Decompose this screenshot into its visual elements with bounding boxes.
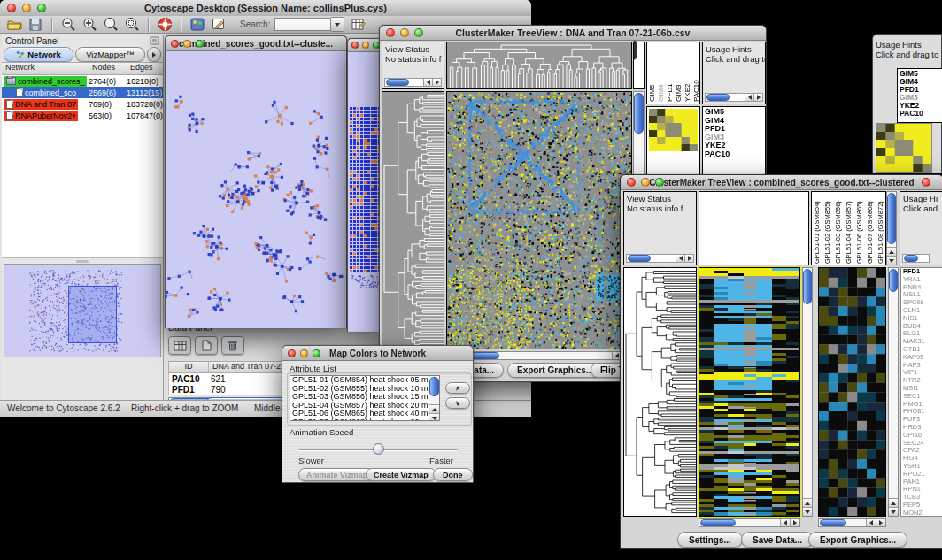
birdseye-overview[interactable] xyxy=(4,264,161,357)
attribute-item[interactable]: GPL51-07 (GSM868) heat shock 60 min xyxy=(290,418,439,422)
tv2-view-status: View Status No status info f xyxy=(623,191,697,265)
rotated-gene-label: PAC10 xyxy=(692,44,700,102)
table-mode-icon[interactable] xyxy=(168,336,191,355)
toolbar-separator xyxy=(181,18,181,32)
network-row[interactable]: DNA and Tran 07 769(0) 183728(0) xyxy=(2,98,163,110)
tv1-column-dendrogram[interactable] xyxy=(446,42,632,89)
array-label: GPL51-02 (GSM855) xyxy=(823,193,834,264)
tv2-save-data-button[interactable]: Save Data... xyxy=(741,532,814,548)
network-name: DNA and Tran 07 xyxy=(15,100,76,109)
scroll-left-icon xyxy=(866,519,876,526)
minimize-button[interactable] xyxy=(22,4,31,12)
network-row[interactable]: RNAPuberNov2+ 563(0) 107847(0) xyxy=(2,110,163,121)
tv2-zoom-scrollbar[interactable] xyxy=(888,267,899,517)
create-vizmap-button[interactable]: Create Vizmap xyxy=(366,468,436,481)
tv2-hscrollbar-main[interactable] xyxy=(699,518,800,527)
tv1-heatmap[interactable] xyxy=(446,91,632,349)
network-view-titlebar[interactable]: combined_scores_good.txt--cluste... xyxy=(166,36,346,51)
save-icon[interactable] xyxy=(27,17,44,33)
attribute-items: GPL51-01 (GSM854) heat shock 05 minGPL51… xyxy=(290,376,439,421)
gene-label[interactable]: PAC10 xyxy=(900,110,942,118)
tv2-hints-scrollbar[interactable] xyxy=(902,254,930,263)
close-button[interactable] xyxy=(351,42,359,49)
new-attribute-icon[interactable] xyxy=(195,336,218,355)
network-nodes: 769(0) xyxy=(89,100,126,109)
tv1-row-dendrogram[interactable] xyxy=(382,91,444,349)
zoom-selected-icon[interactable] xyxy=(123,17,141,33)
delete-attribute-trash-icon[interactable] xyxy=(221,336,244,355)
attribute-list-scrollbar[interactable] xyxy=(429,376,439,421)
zoom-in-icon[interactable] xyxy=(81,17,98,33)
tab-overflow-button[interactable] xyxy=(147,47,161,62)
tv2-zoom-heatmap[interactable] xyxy=(818,267,886,517)
close-button[interactable] xyxy=(7,4,16,12)
array-label: GPL51-04 (GSM857) xyxy=(845,193,855,264)
tv1-rotated-gene-labels[interactable]: GIM5GIM4PFD1GIM3YKE2PAC10 xyxy=(646,42,700,104)
network-canvas[interactable] xyxy=(166,51,346,328)
tv2-heatmap[interactable] xyxy=(699,267,800,517)
animation-speed-slider[interactable] xyxy=(298,443,458,456)
gene-label[interactable]: PAC10 xyxy=(705,150,763,159)
treeview1-titlebar[interactable]: ClusterMaker TreeView : DNA and Tran 07-… xyxy=(380,26,766,41)
done-button[interactable]: Done xyxy=(433,468,473,481)
search-dropdown-button[interactable] xyxy=(331,17,344,32)
background-network-canvas[interactable] xyxy=(348,52,382,332)
tab-network[interactable]: Network xyxy=(4,47,73,62)
tv1-mini-matrix[interactable] xyxy=(649,109,698,151)
search-input[interactable] xyxy=(274,18,331,31)
tv2-vscrollbar[interactable] xyxy=(802,267,813,517)
zoom-button[interactable] xyxy=(414,28,423,37)
close-button[interactable] xyxy=(288,349,296,357)
tv2-status-scrollbar[interactable] xyxy=(626,254,694,263)
background-network-titlebar[interactable] xyxy=(348,39,382,52)
network-row[interactable]: combined_scores_ 2764(0) 16218(0) xyxy=(2,75,163,87)
network-row[interactable]: combined_sco 2569(6) 13112(15) xyxy=(2,87,163,98)
close-button[interactable] xyxy=(386,28,395,37)
corner-mini-matrix[interactable] xyxy=(876,123,932,173)
close-button[interactable] xyxy=(171,40,179,48)
minimize-button[interactable] xyxy=(300,349,308,357)
move-attribute-down-button[interactable]: ∨ xyxy=(445,397,470,409)
array-label: GPL51-03 (GSM856) xyxy=(834,193,845,264)
tv2-row-dendrogram[interactable] xyxy=(623,267,697,517)
minimize-button[interactable] xyxy=(183,40,191,48)
open-file-icon[interactable] xyxy=(5,17,23,33)
cytoscape-titlebar[interactable]: Cytoscape Desktop (Session Name: collins… xyxy=(0,0,531,17)
zoom-out-icon[interactable] xyxy=(59,17,77,33)
tv1-hints-scrollbar[interactable] xyxy=(705,93,763,102)
network-item-icon xyxy=(6,111,13,120)
annotation-icon[interactable] xyxy=(210,17,228,33)
faster-label: Faster xyxy=(429,456,453,465)
tv2-array-labels[interactable]: GPL51-01 (GSM854)GPL51-02 (GSM855)GPL51-… xyxy=(811,191,886,265)
tv1-status-scrollbar[interactable] xyxy=(384,78,442,87)
tv1-hscrollbar[interactable] xyxy=(446,351,632,360)
tv2-column-dendrogram[interactable] xyxy=(699,191,809,265)
tv2-settings-button[interactable]: Settings... xyxy=(677,532,743,548)
tv2-labels-scrollbar[interactable] xyxy=(886,191,897,265)
network-table-body: combined_scores_ 2764(0) 16218(0) combin… xyxy=(2,75,163,258)
vizmap-nodes-icon[interactable] xyxy=(189,17,206,33)
minimize-button[interactable] xyxy=(641,178,650,187)
tab-vizmapper[interactable]: VizMapper™ xyxy=(75,47,145,62)
attribute-table-icon[interactable] xyxy=(350,17,367,33)
minimize-button[interactable] xyxy=(400,28,409,37)
gene-label[interactable]: MON2 xyxy=(903,510,940,517)
move-attribute-up-button[interactable]: ∧ xyxy=(445,382,470,394)
tv1-export-graphics-button[interactable]: Export Graphics... xyxy=(507,363,603,378)
zoom-button[interactable] xyxy=(196,40,204,48)
scroll-up-icon xyxy=(803,498,812,507)
zoom-button[interactable] xyxy=(655,178,664,187)
tv2-hscrollbar-zoom[interactable] xyxy=(818,518,886,527)
tv2-export-graphics-button[interactable]: Export Graphics... xyxy=(808,532,907,548)
map-dialog-titlebar[interactable]: Map Colors to Network xyxy=(282,346,473,361)
zoom-fit-icon[interactable] xyxy=(102,17,120,33)
animate-vizmap-button[interactable]: Animate Vizmap xyxy=(298,468,375,481)
close-button[interactable] xyxy=(627,178,636,187)
scroll-right-icon xyxy=(753,94,762,101)
treeview2-titlebar[interactable]: ClusterMaker TreeView : combined_scores_… xyxy=(621,175,942,190)
help-lifering-icon[interactable] xyxy=(156,17,174,33)
zoom-button[interactable] xyxy=(37,4,46,12)
zoom-button[interactable] xyxy=(313,349,320,357)
minimize-button[interactable] xyxy=(362,42,369,49)
slider-thumb[interactable] xyxy=(373,443,384,455)
